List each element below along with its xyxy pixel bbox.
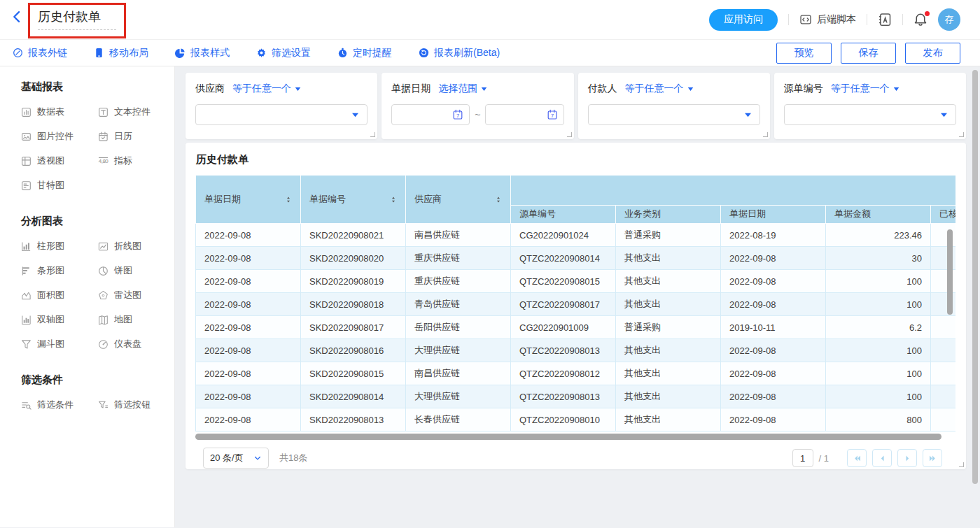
sidebar-item-bar-chart[interactable]: 条形图: [21, 264, 98, 277]
page-title[interactable]: 历史付款单: [38, 10, 116, 24]
toolbar-item-label: 报表样式: [190, 47, 230, 59]
table-cell: 其他支出: [616, 408, 721, 431]
prev-page-button[interactable]: [872, 449, 892, 467]
sort-icon[interactable]: [390, 196, 397, 204]
sidebar-item-funnel-chart[interactable]: 漏斗图: [21, 338, 98, 350]
sidebar-item-radar-chart[interactable]: 雷达图: [98, 289, 164, 301]
filter-condition-dropdown[interactable]: 等于任意一个: [625, 83, 694, 95]
toolbar-item-filter-settings[interactable]: 筛选设置: [256, 47, 311, 59]
table-row: 2022-09-08 SKD20220908018 青岛供应链 QTZC2022…: [196, 293, 956, 316]
column-header-doc-date[interactable]: 单据日期: [196, 176, 301, 224]
table-cell: 2022-09-08: [721, 408, 826, 431]
page-size-select[interactable]: 20 条/页: [203, 448, 269, 469]
source-no-select[interactable]: [784, 104, 956, 125]
page-scrollbar[interactable]: [972, 70, 978, 484]
toolbar-item-scheduled-reminder[interactable]: 定时提醒: [337, 47, 392, 59]
total-count: 共18条: [279, 452, 307, 464]
back-button[interactable]: [10, 10, 24, 24]
sidebar-item-line-chart[interactable]: 折线图: [98, 240, 164, 252]
filter-condition-dropdown[interactable]: 选择范围: [438, 83, 488, 95]
filter-condition-dropdown[interactable]: 等于任意一个: [232, 83, 302, 95]
chevron-right-icon: [903, 454, 912, 463]
backend-script-button[interactable]: 后端脚本: [799, 13, 856, 26]
app-access-button[interactable]: 应用访问: [709, 9, 778, 31]
next-page-button[interactable]: [897, 449, 917, 467]
table-cell: SKD20220908021: [301, 224, 406, 247]
sidebar-item-filter-condition[interactable]: 筛选条件: [21, 399, 98, 411]
sidebar-item-filter-button[interactable]: 筛选按钮: [98, 399, 164, 411]
supplier-select[interactable]: [195, 104, 368, 125]
sidebar-item-map[interactable]: 地图: [98, 313, 164, 326]
table-row: 2022-09-08 SKD20220908013 长春供应链 QTZC2022…: [196, 408, 956, 431]
payer-select[interactable]: [588, 104, 760, 125]
table-widget[interactable]: 历史付款单 单据日期: [186, 143, 966, 469]
sidebar-item-calendar[interactable]: 日历: [98, 130, 164, 143]
table-row: 2022-09-08 SKD20220908016 大理供应链 QTZC2022…: [196, 339, 956, 362]
table-cell: 其他支出: [616, 247, 721, 270]
last-page-button[interactable]: [923, 449, 942, 467]
table-horizontal-scrollbar[interactable]: [195, 434, 941, 440]
toolbar-item-report-link[interactable]: 报表外链: [13, 47, 67, 59]
sidebar-item-area-chart[interactable]: 面积图: [21, 289, 98, 301]
filter-card-payer[interactable]: 付款人 等于任意一个: [578, 73, 770, 139]
sidebar-item-image-widget[interactable]: 图片控件: [21, 130, 98, 143]
save-button[interactable]: 保存: [841, 43, 896, 64]
table-cell: QTZC20220908010: [511, 408, 616, 431]
sidebar-item-label: 柱形图: [37, 240, 64, 252]
page-total: / 1: [819, 453, 829, 464]
sidebar-item-label: 指标: [114, 155, 132, 167]
toolbar-item-report-refresh[interactable]: 报表刷新(Beta): [419, 47, 500, 59]
resize-handle[interactable]: [370, 132, 375, 137]
column-header-supplier[interactable]: 供应商: [406, 176, 511, 224]
table-cell: QTZC20220908012: [511, 362, 616, 385]
filter-card-date[interactable]: 单据日期 选择范围 7 ~ 7: [382, 73, 573, 139]
table-cell: 南昌供应链: [406, 224, 511, 247]
notification-bell-button[interactable]: [913, 13, 927, 27]
column-header-doc-no[interactable]: 单据编号: [301, 176, 406, 224]
date-to-input[interactable]: 7: [485, 104, 564, 125]
date-from-input[interactable]: 7: [391, 104, 470, 125]
sidebar-item-label: 地图: [114, 313, 132, 326]
sidebar-item-datasheet[interactable]: 数据表: [21, 106, 98, 118]
address-book-icon[interactable]: [878, 13, 892, 27]
column-chart-icon: [21, 241, 31, 252]
publish-button[interactable]: 发布: [905, 43, 960, 64]
avatar[interactable]: 存: [938, 8, 960, 31]
resize-handle[interactable]: [959, 462, 964, 467]
resize-handle[interactable]: [763, 132, 768, 137]
filter-card-source-no[interactable]: 源单编号 等于任意一个: [774, 73, 966, 139]
metric-icon: 4,80: [98, 156, 108, 166]
toolbar-item-mobile-layout[interactable]: 移动布局: [94, 47, 148, 59]
resize-handle[interactable]: [567, 132, 572, 137]
sidebar-item-gauge[interactable]: 仪表盘: [98, 338, 164, 350]
page-number-input[interactable]: [792, 449, 813, 467]
toolbar-item-label: 筛选设置: [272, 47, 311, 59]
image-icon: [21, 131, 31, 142]
resize-handle[interactable]: [959, 132, 964, 137]
pie-chart-icon: [98, 266, 108, 276]
column-header-label: 单据编号: [309, 193, 346, 206]
sidebar-item-column-chart[interactable]: 柱形图: [21, 240, 98, 252]
table-vertical-scrollbar[interactable]: [947, 229, 953, 315]
filter-card-supplier[interactable]: 供应商 等于任意一个: [186, 73, 377, 139]
toolbar-item-report-style[interactable]: 报表样式: [175, 47, 230, 59]
filter-condition-label: 等于任意一个: [232, 83, 291, 95]
sidebar-item-label: 条形图: [37, 264, 64, 277]
filter-condition-dropdown[interactable]: 等于任意一个: [831, 83, 900, 95]
sidebar-item-pivot[interactable]: 透视图: [21, 155, 98, 167]
sidebar-item-metric[interactable]: 4,80 指标: [98, 155, 164, 167]
code-icon: [799, 13, 812, 26]
table-cell: SKD20220908013: [301, 408, 406, 431]
sidebar-item-text-widget[interactable]: 文本控件: [98, 106, 164, 118]
table-cell: 2022-09-08: [196, 247, 301, 270]
first-page-button[interactable]: [847, 449, 867, 467]
preview-button[interactable]: 预览: [776, 43, 832, 64]
sidebar-item-dual-axis-chart[interactable]: 双轴图: [21, 313, 98, 326]
sort-icon[interactable]: [495, 196, 502, 204]
table-cell: 2022-09-08: [721, 293, 826, 316]
filter-search-icon: [21, 400, 31, 411]
filter-condition-label: 等于任意一个: [831, 83, 890, 95]
sidebar-item-gantt[interactable]: 甘特图: [21, 179, 98, 192]
sort-icon[interactable]: [285, 196, 292, 204]
sidebar-item-pie-chart[interactable]: 饼图: [98, 264, 164, 277]
